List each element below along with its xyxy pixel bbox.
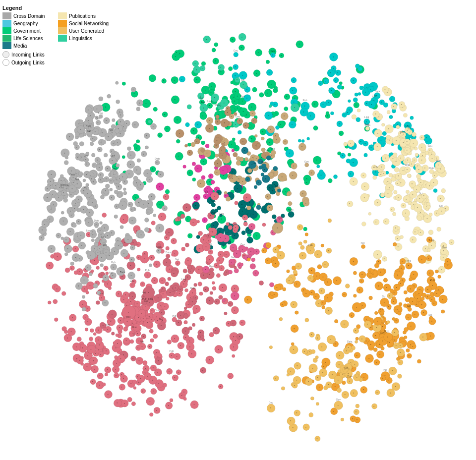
legend-grid: Cross Domain Publications Geography Soci… xyxy=(2,12,118,49)
media-label: Media xyxy=(13,43,27,49)
cross-domain-label: Cross Domain xyxy=(13,13,45,19)
network-visualization xyxy=(0,0,476,460)
legend-item-geography: Geography xyxy=(2,20,57,27)
legend-item-life-sciences: Life Sciences xyxy=(2,35,57,42)
social-networking-label: Social Networking xyxy=(69,21,109,26)
government-swatch xyxy=(2,27,11,34)
linguistics-swatch xyxy=(58,35,67,42)
incoming-links-item: Incoming Links xyxy=(2,51,118,58)
outgoing-links-item: Outgoing Links xyxy=(2,59,118,66)
outgoing-links-icon xyxy=(2,59,9,66)
user-generated-swatch xyxy=(58,27,67,34)
publications-label: Publications xyxy=(69,13,96,19)
legend-item-publications: Publications xyxy=(58,12,118,19)
life-sciences-label: Life Sciences xyxy=(13,36,43,41)
incoming-links-label: Incoming Links xyxy=(11,52,45,58)
legend-item-linguistics: Linguistics xyxy=(58,35,118,42)
government-label: Government xyxy=(13,28,41,34)
legend-item-government: Government xyxy=(2,27,57,34)
cross-domain-swatch xyxy=(2,12,11,19)
linguistics-label: Linguistics xyxy=(69,36,92,41)
user-generated-label: User Generated xyxy=(69,28,104,34)
legend-item-social-networking: Social Networking xyxy=(58,20,118,27)
legend-title: Legend xyxy=(2,5,118,11)
life-sciences-swatch xyxy=(2,35,11,42)
outgoing-links-label: Outgoing Links xyxy=(11,60,45,65)
social-networking-swatch xyxy=(58,20,67,27)
incoming-links-icon xyxy=(2,51,9,58)
geography-swatch xyxy=(2,20,11,27)
legend-item-cross-domain: Cross Domain xyxy=(2,12,57,19)
legend-item-media: Media xyxy=(2,42,57,49)
legend: Legend Cross Domain Publications Geograp… xyxy=(2,5,118,66)
publications-swatch xyxy=(58,12,67,19)
legend-item-user-generated: User Generated xyxy=(58,27,118,34)
media-swatch xyxy=(2,42,11,49)
geography-label: Geography xyxy=(13,21,38,26)
